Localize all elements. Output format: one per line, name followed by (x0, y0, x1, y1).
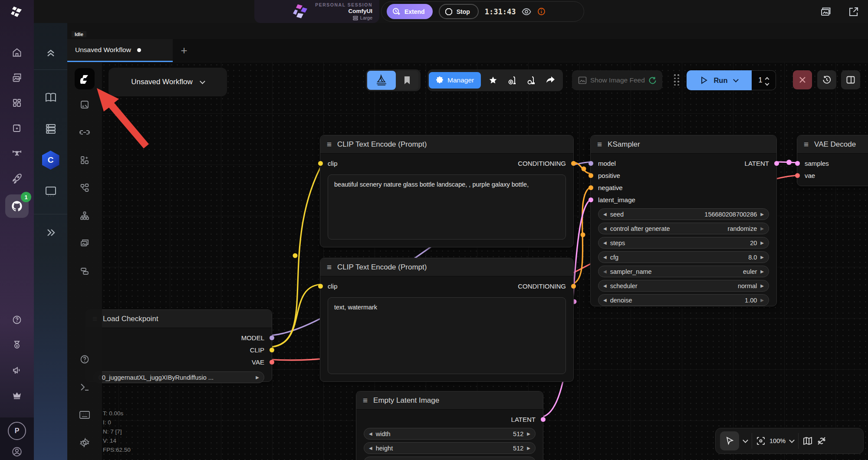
node-clip-text-encode-2[interactable]: ≡CLIP Text Encode (Prompt) clip CONDITIO… (320, 258, 574, 382)
latent-output-dot[interactable] (774, 161, 779, 166)
sidebar-item-dashboard[interactable] (0, 90, 34, 115)
sidebar-item-gallery[interactable] (0, 65, 34, 90)
manager-button[interactable]: Manager (429, 72, 481, 89)
tree-icon[interactable] (67, 202, 102, 230)
terminal-icon[interactable] (67, 373, 102, 401)
canvas-mode-button[interactable] (367, 71, 396, 90)
expand-right-icon[interactable] (34, 222, 67, 243)
widget-height[interactable]: ◀height512▶ (364, 442, 536, 454)
comfyui-hex-logo[interactable]: C (34, 145, 67, 176)
node-title-bar[interactable]: ≡CLIP Text Encode (Prompt) (320, 135, 573, 154)
collapse-up-icon[interactable] (34, 43, 67, 63)
clip-input-dot[interactable] (318, 161, 323, 166)
positive-input-dot[interactable] (589, 173, 593, 178)
widget-cfg[interactable]: ◀cfg8.0▶ (598, 251, 769, 263)
keyboard-icon[interactable] (67, 401, 102, 429)
run-button[interactable]: Run (687, 70, 752, 90)
node-menu-icon[interactable]: ≡ (363, 396, 368, 404)
sidebar-item-announcements[interactable] (0, 358, 34, 383)
widget-steps[interactable]: ◀steps20▶ (598, 237, 769, 249)
help-icon[interactable] (67, 345, 102, 373)
node-empty-latent-image[interactable]: ≡Empty Latent Image LATENT ◀width512▶ ◀h… (356, 391, 543, 460)
tab-unsaved-workflow[interactable]: Unsaved Workflow (67, 39, 173, 62)
latent-image-input-dot[interactable] (589, 197, 593, 202)
graph-canvas[interactable]: Unsaved Workflow Manager (67, 62, 868, 460)
minimap-button[interactable] (803, 437, 812, 445)
sidebar-item-training[interactable] (0, 141, 34, 166)
docs-book-icon[interactable] (34, 82, 67, 113)
node-title-bar[interactable]: ≡KSampler (591, 135, 776, 154)
node-ksampler[interactable]: ≡KSampler model LATENT positive negative… (590, 135, 777, 306)
widget-scheduler[interactable]: ◀schedulernormal▶ (598, 280, 769, 292)
conditioning-output-dot[interactable] (571, 284, 576, 289)
prompt-textarea[interactable]: beautiful scenery nature glass bottle la… (328, 174, 566, 240)
sidebar-item-achievements[interactable] (0, 332, 34, 358)
widget-control-after-generate[interactable]: ◀control after generaterandomize▶ (598, 223, 769, 234)
show-image-feed-toggle[interactable]: Show Image Feed (572, 70, 662, 90)
node-menu-icon[interactable]: ≡ (597, 140, 602, 148)
gallery-icon[interactable] (820, 6, 832, 17)
run-options-chevron[interactable] (733, 77, 739, 82)
node-menu-icon[interactable]: ≡ (804, 140, 809, 148)
layout-icon[interactable] (67, 257, 102, 285)
batch-count-stepper[interactable]: 1 (752, 70, 776, 90)
link-icon[interactable] (67, 118, 102, 146)
widget-width[interactable]: ◀width512▶ (364, 428, 536, 440)
eye-icon[interactable] (522, 8, 531, 15)
zoom-chevron-icon[interactable] (789, 437, 795, 443)
extend-button[interactable]: Extend (387, 4, 433, 19)
conditioning-output-dot[interactable] (571, 161, 576, 166)
nodes-icon[interactable] (67, 174, 102, 202)
account-icon[interactable] (11, 446, 23, 457)
sidebar-item-launch[interactable] (0, 166, 34, 191)
stop-button[interactable]: Stop (439, 4, 479, 19)
new-tab-button[interactable]: + (173, 39, 195, 62)
external-link-icon[interactable] (848, 6, 859, 17)
tool-chevron-icon[interactable] (743, 437, 748, 443)
workflow-dropdown[interactable]: Unsaved Workflow (108, 68, 227, 96)
node-title-bar[interactable]: ≡VAE Decode (797, 135, 868, 154)
sidebar-item-github[interactable]: 1 (0, 191, 34, 221)
widget-denoise[interactable]: ◀denoise1.00▶ (598, 294, 769, 306)
info-icon[interactable] (537, 7, 546, 16)
widget-seed[interactable]: ◀seed156680208700286▶ (598, 208, 769, 220)
zoom-level[interactable]: 100% (769, 437, 786, 444)
image-sparkle-icon[interactable] (67, 91, 102, 118)
vae-output-dot[interactable] (270, 360, 274, 365)
samples-input-dot[interactable] (795, 161, 800, 166)
model-input-dot[interactable] (589, 161, 593, 166)
latent-output-dot[interactable] (541, 417, 546, 422)
model-output-dot[interactable] (270, 335, 274, 340)
vae-input-dot[interactable] (795, 173, 800, 178)
node-title-bar[interactable]: ≡Load Checkpoint (86, 310, 272, 328)
node-menu-icon[interactable]: ≡ (327, 263, 332, 271)
clear-queue-button[interactable] (793, 70, 812, 89)
star-button[interactable] (483, 71, 503, 90)
negative-input-dot[interactable] (589, 185, 593, 190)
settings-icon[interactable] (67, 429, 102, 457)
node-title-bar[interactable]: ≡CLIP Text Encode (Prompt) (320, 258, 573, 276)
clip-output-dot[interactable] (270, 348, 274, 352)
images-icon[interactable] (67, 230, 102, 257)
pointer-tool-button[interactable] (720, 431, 739, 450)
prompt-textarea[interactable]: text, watermark (328, 297, 566, 374)
toggle-links-button[interactable] (817, 436, 826, 446)
fit-view-button[interactable] (756, 437, 765, 445)
widget-sampler-name[interactable]: ◀sampler_nameeuler▶ (598, 266, 769, 277)
avatar[interactable]: P (8, 422, 26, 440)
node-load-checkpoint[interactable]: ≡Load Checkpoint MODEL CLIP VAE 00_jugge… (85, 309, 272, 382)
sidebar-item-create[interactable] (0, 115, 34, 141)
clip-input-dot[interactable] (318, 284, 323, 289)
sidebar-item-premium[interactable] (0, 383, 34, 408)
clean-button[interactable] (503, 71, 522, 90)
widget-batch-size[interactable]: ◀batch_size1▶ (364, 457, 536, 460)
workflow-logo-button[interactable] (75, 69, 95, 89)
bookmark-button[interactable] (396, 71, 418, 90)
node-clip-text-encode-1[interactable]: ≡CLIP Text Encode (Prompt) clip CONDITIO… (320, 135, 574, 247)
sidebar-item-home[interactable] (0, 40, 34, 65)
node-title-bar[interactable]: ≡Empty Latent Image (356, 391, 543, 410)
templates-icon[interactable] (67, 146, 102, 174)
drag-handle[interactable] (674, 74, 679, 85)
servers-icon[interactable] (34, 113, 67, 145)
app-logo[interactable] (0, 0, 34, 23)
